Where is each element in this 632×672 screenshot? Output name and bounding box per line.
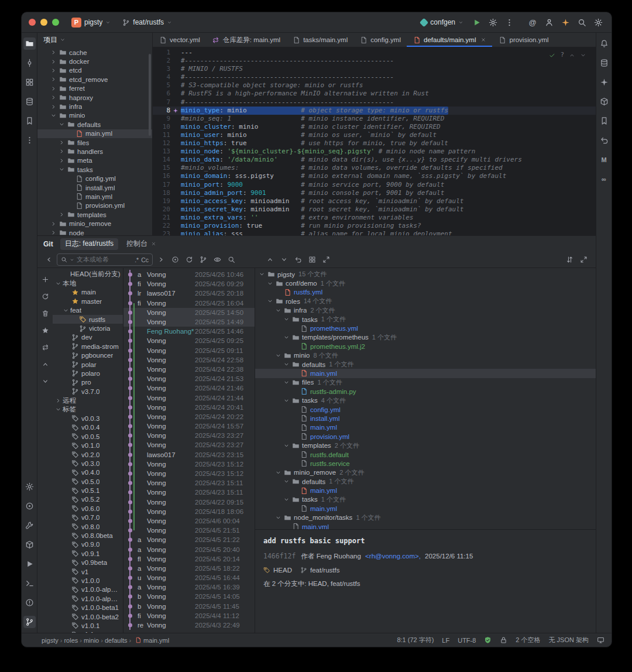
changed-file-row[interactable]: rustfs.service — [255, 459, 596, 468]
line-number[interactable]: 6 — [153, 90, 170, 98]
commit-row[interactable]: Vonng2025/4/5 21:51 — [123, 526, 255, 535]
commit-icon[interactable] — [23, 57, 36, 69]
chevron-right-icon[interactable] — [57, 211, 66, 218]
project-tree-row[interactable]: templates — [37, 210, 152, 219]
breadcrumb-item[interactable]: defaults — [105, 637, 128, 644]
branch-row[interactable]: v1.0.1 — [53, 621, 123, 630]
editor-tab[interactable]: provision.yml — [492, 33, 554, 47]
chevron-down-icon[interactable] — [274, 307, 283, 314]
chevron-down-icon[interactable] — [282, 334, 291, 341]
project-tree-row[interactable]: handlers — [37, 147, 152, 156]
code-line[interactable]: 14minio_data: '/data/minio' # minio data… — [153, 156, 596, 164]
commit-row[interactable]: lawso0172025/4/23 23:15 — [123, 450, 255, 460]
project-tree-row[interactable]: cache — [37, 48, 152, 57]
ai-assistant-icon[interactable] — [598, 76, 610, 88]
commit-row[interactable]: fiVonng2025/4/4 11:12 — [123, 611, 255, 620]
chevron-right-icon[interactable] — [57, 157, 66, 164]
branch-row[interactable]: v0.8.0 — [53, 522, 123, 531]
branch-row[interactable]: media-strom — [53, 342, 123, 351]
commit-row[interactable]: Vonng2025/4/24 15:57 — [123, 421, 255, 431]
regex-toggle[interactable]: .* — [135, 256, 139, 263]
branch-row[interactable]: v0.0.4 — [53, 423, 123, 432]
code-line[interactable]: 3# MINIO / RUSTFS — [153, 65, 596, 73]
chevron-down-icon[interactable] — [282, 316, 291, 323]
branch-row[interactable]: rustfs — [53, 315, 123, 324]
notifications-icon[interactable] — [598, 37, 610, 50]
branch-row[interactable]: v0.9beta — [53, 558, 123, 567]
more-tools-icon[interactable] — [23, 134, 36, 146]
commit-row[interactable]: aVonng2025/4/5 16:39 — [123, 582, 255, 592]
code-line[interactable]: 7#--------------------------------------… — [153, 98, 596, 107]
branch-row[interactable]: polaro — [53, 369, 123, 378]
chevron-right-icon[interactable] — [57, 139, 66, 146]
chevron-right-icon[interactable] — [49, 221, 58, 227]
commit-row[interactable]: aVonng2025/4/26 10:46 — [123, 270, 255, 279]
chevron-up-icon[interactable] — [569, 52, 575, 59]
branch-row[interactable]: 远程 — [53, 396, 123, 404]
commit-row[interactable]: Vonng2025/4/22 09:15 — [123, 498, 255, 507]
project-tree-row[interactable]: main.yml — [37, 129, 152, 138]
line-number[interactable]: 4 — [153, 73, 170, 81]
chevron-right-icon[interactable] — [49, 229, 58, 235]
project-tree-row[interactable]: haproxy — [37, 93, 152, 102]
code-line[interactable]: 4#--------------------------------------… — [153, 73, 596, 81]
file-writable-icon[interactable] — [500, 636, 507, 644]
changed-file-row[interactable]: install.yml — [255, 414, 596, 423]
commit-row[interactable]: Vonng2025/4/24 21:44 — [123, 393, 255, 402]
indent-style[interactable]: 2 个空格 — [516, 636, 540, 644]
trusted-project-icon[interactable] — [484, 636, 492, 644]
branch-row[interactable]: v0.8.0beta — [53, 531, 123, 540]
commit-row[interactable]: Vonng2025/4/23 23:27 — [123, 431, 255, 440]
chevron-right-icon[interactable] — [49, 59, 58, 65]
group-by-icon[interactable] — [305, 254, 318, 266]
commit-row[interactable]: Vonng2025/4/25 09:25 — [123, 336, 255, 345]
branch-row[interactable]: v1.0.0 — [53, 576, 123, 585]
chevron-down-icon[interactable] — [282, 361, 291, 368]
commit-author-email[interactable]: <rh@vonng.com>, — [365, 553, 421, 560]
refresh-log-icon[interactable] — [183, 254, 195, 266]
branch-filter-icon[interactable] — [197, 254, 209, 266]
commit-row[interactable]: fiVonng2025/4/25 16:04 — [123, 299, 255, 308]
line-number[interactable]: 11 — [153, 131, 170, 139]
endpoints-icon[interactable]: ∞ — [598, 173, 610, 185]
code-line[interactable]: 9#minio_seq: 1 # minio instance identifi… — [153, 115, 596, 123]
commit-row[interactable]: Vonng2025/4/24 21:46 — [123, 383, 255, 393]
breadcrumb-file[interactable]: main.yml — [143, 637, 169, 644]
settings-tools-icon[interactable] — [23, 481, 36, 493]
close-window-button[interactable] — [29, 19, 36, 26]
commit-ref[interactable]: HEAD — [263, 567, 292, 574]
line-number[interactable]: 13 — [153, 148, 170, 156]
file-encoding[interactable]: UTF-8 — [458, 637, 476, 644]
branch-row[interactable]: victoria — [53, 324, 123, 332]
branch-row[interactable]: v0.2.0 — [53, 450, 123, 459]
changed-file-row[interactable]: main.yml — [255, 522, 596, 529]
line-number[interactable]: 22 — [153, 222, 170, 230]
branch-row[interactable]: v3.7.0 — [53, 387, 123, 396]
match-case-toggle[interactable]: Cc — [141, 256, 149, 263]
line-number[interactable]: 12 — [153, 139, 170, 148]
git-tab[interactable]: 控制台 — [122, 238, 161, 250]
project-tree-row[interactable]: etcd_remove — [37, 75, 152, 84]
chevron-right-icon[interactable] — [54, 397, 63, 404]
project-scrollbar[interactable] — [149, 54, 151, 136]
collaborators-button[interactable] — [541, 15, 557, 29]
commit-row[interactable]: Vonng2025/4/6 00:04 — [123, 516, 255, 526]
minimize-window-button[interactable] — [40, 19, 47, 26]
layout-options-icon[interactable] — [563, 254, 576, 266]
changed-file-row[interactable]: main.yml — [255, 423, 596, 432]
chevron-down-icon[interactable] — [282, 443, 291, 449]
project-tree-row[interactable]: files — [37, 138, 152, 147]
code-line[interactable]: 17minio_port: 9000 # minio service port,… — [153, 181, 596, 189]
caret-position[interactable]: 8:1 (72 字符) — [397, 636, 434, 644]
branch-row[interactable]: HEAD(当前分支) — [53, 270, 123, 279]
changed-file-row[interactable]: prometheus.yml — [255, 324, 596, 332]
line-number[interactable]: 16 — [153, 172, 170, 180]
changed-file-row[interactable]: tasks4 个文件 — [255, 396, 596, 404]
chevron-right-icon[interactable] — [49, 67, 58, 74]
branch-row[interactable]: v1.0.0-alpha2 — [53, 594, 123, 603]
commit-row[interactable]: flVonng2025/4/5 20:14 — [123, 554, 255, 564]
navigate-head-icon[interactable] — [169, 254, 181, 266]
settings-button[interactable] — [590, 15, 606, 29]
project-tree-row[interactable]: infra — [37, 102, 152, 111]
branch-row[interactable]: master — [53, 297, 123, 306]
